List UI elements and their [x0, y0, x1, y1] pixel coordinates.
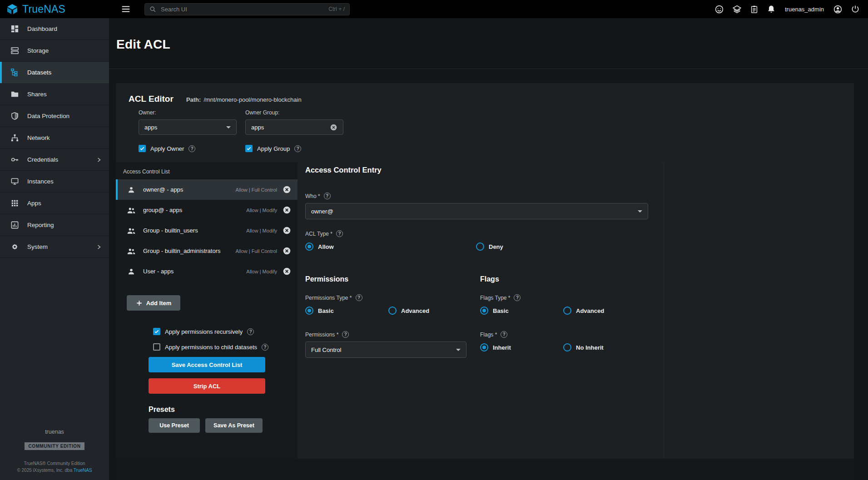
help-icon[interactable]	[342, 331, 349, 338]
use-preset-button[interactable]: Use Preset	[149, 418, 200, 433]
flags-radio-group: Inherit No Inherit	[480, 343, 664, 351]
sidebar-item-storage[interactable]: Storage	[0, 40, 109, 62]
clear-icon[interactable]	[330, 124, 337, 131]
page-header: Edit ACL	[109, 18, 868, 69]
apps-grid-icon	[10, 199, 19, 207]
sidebar-item-datasets[interactable]: Datasets	[0, 62, 109, 84]
sidebar-item-label: Reporting	[27, 222, 54, 228]
sidebar-item-network[interactable]: Network	[0, 127, 109, 149]
search-input[interactable]	[160, 5, 325, 13]
acl-entry-row[interactable]: group@ - apps Allow | Modify	[116, 200, 298, 220]
apply-owner-checkbox[interactable]	[139, 145, 146, 152]
remove-entry-icon[interactable]	[283, 267, 291, 276]
radio-unselected-icon	[388, 307, 397, 315]
flags-label: Flags *	[480, 332, 497, 338]
sidebar-item-label: Credentials	[27, 156, 58, 163]
person-icon	[127, 267, 136, 276]
account-button[interactable]	[833, 5, 843, 14]
sidebar-item-instances[interactable]: Instances	[0, 171, 109, 193]
truecommand-button[interactable]	[732, 5, 742, 14]
hostname: truenas	[0, 429, 109, 435]
remove-entry-icon[interactable]	[283, 185, 291, 194]
power-icon	[851, 5, 860, 14]
save-as-preset-button[interactable]: Save As Preset	[205, 418, 263, 433]
help-icon[interactable]	[262, 344, 268, 351]
help-icon[interactable]	[247, 328, 254, 335]
ace-title: Access Control Entry	[305, 166, 664, 174]
person-icon	[127, 186, 136, 194]
remove-entry-icon[interactable]	[283, 226, 291, 235]
sidebar-item-shares[interactable]: Shares	[0, 84, 109, 105]
remove-entry-icon[interactable]	[283, 206, 291, 214]
flags-type-radio-group: Basic Advanced	[480, 307, 664, 315]
layers-icon	[732, 5, 742, 14]
help-icon[interactable]	[324, 193, 331, 199]
radio-no-inherit[interactable]: No Inherit	[563, 343, 604, 351]
radio-permissions-basic[interactable]: Basic	[305, 307, 388, 315]
sidebar-item-dashboard[interactable]: Dashboard	[0, 18, 109, 40]
recursive-checkbox[interactable]	[153, 328, 160, 335]
chevron-right-icon	[95, 156, 103, 163]
bar-chart-icon	[10, 221, 19, 229]
strip-acl-button[interactable]: Strip ACL	[149, 378, 265, 394]
help-icon[interactable]	[514, 294, 521, 301]
sidebar-item-label: Dashboard	[27, 25, 57, 32]
radio-flags-advanced[interactable]: Advanced	[563, 307, 604, 315]
apply-owner-label: Apply Owner	[150, 145, 184, 152]
truenas-link[interactable]: TrueNAS	[74, 468, 92, 473]
edition-badge: COMMUNITY EDITION	[25, 442, 84, 450]
sidebar-item-data-protection[interactable]: Data Protection	[0, 105, 109, 127]
help-icon[interactable]	[501, 331, 507, 338]
acl-entry-row[interactable]: User - apps Allow | Modify	[116, 261, 298, 282]
apply-group-checkbox[interactable]	[245, 145, 253, 152]
brand-name: TrueNAS	[22, 3, 65, 15]
child-datasets-checkbox[interactable]	[153, 343, 160, 351]
radio-allow[interactable]: Allow	[305, 242, 476, 251]
group-icon	[127, 206, 136, 215]
group-icon	[127, 226, 136, 235]
sidebar-item-label: Storage	[27, 47, 49, 54]
radio-inherit[interactable]: Inherit	[480, 343, 563, 351]
help-icon[interactable]	[294, 145, 301, 152]
sidebar-nav: Dashboard Storage Datasets Shares Data P…	[0, 18, 109, 480]
who-select[interactable]: owner@	[305, 203, 648, 219]
feedback-button[interactable]	[714, 5, 724, 14]
sidebar-item-system[interactable]: System	[0, 236, 109, 258]
permissions-type-radio-group: Basic Advanced	[305, 307, 480, 315]
jobs-button[interactable]	[750, 5, 759, 14]
storage-icon	[10, 46, 19, 55]
sidebar-item-label: Apps	[27, 200, 41, 207]
plus-icon	[136, 300, 143, 307]
add-item-button[interactable]: Add Item	[127, 295, 180, 311]
save-acl-button[interactable]: Save Access Control List	[149, 357, 265, 372]
sidebar-item-reporting[interactable]: Reporting	[0, 214, 109, 236]
acl-entry-row[interactable]: Group - builtin_administrators Allow | F…	[116, 241, 298, 261]
radio-flags-basic[interactable]: Basic	[480, 307, 563, 315]
notifications-button[interactable]	[767, 5, 776, 14]
radio-unselected-icon	[476, 242, 484, 251]
owner-group-input[interactable]: apps	[245, 119, 343, 135]
power-button[interactable]	[851, 5, 860, 14]
datasets-tree-icon	[10, 68, 19, 77]
permissions-select[interactable]: Full Control	[305, 341, 466, 358]
acl-entry-row[interactable]: Group - builtin_users Allow | Modify	[116, 220, 298, 241]
help-icon[interactable]	[188, 145, 195, 152]
owner-select[interactable]: apps	[139, 119, 237, 135]
sidenav-toggle-button[interactable]	[121, 4, 131, 14]
radio-permissions-advanced[interactable]: Advanced	[388, 307, 429, 315]
acl-list-title: Access Control List	[116, 162, 298, 179]
sidebar-item-credentials[interactable]: Credentials	[0, 149, 109, 171]
chevron-down-icon	[638, 210, 642, 213]
global-search[interactable]: Ctrl + /	[144, 3, 350, 15]
acl-entry-row[interactable]: owner@ - apps Allow | Full Control	[116, 179, 298, 200]
child-datasets-label: Apply permissions to child datasets	[165, 344, 257, 351]
help-icon[interactable]	[336, 230, 343, 237]
remove-entry-icon[interactable]	[283, 247, 291, 255]
sidebar-item-apps[interactable]: Apps	[0, 193, 109, 214]
help-icon[interactable]	[356, 294, 362, 301]
sidebar-item-label: Datasets	[27, 69, 51, 76]
brand-logo[interactable]: TrueNAS	[0, 3, 109, 15]
radio-deny[interactable]: Deny	[476, 242, 503, 251]
chevron-down-icon	[226, 126, 231, 129]
search-icon	[149, 6, 156, 13]
